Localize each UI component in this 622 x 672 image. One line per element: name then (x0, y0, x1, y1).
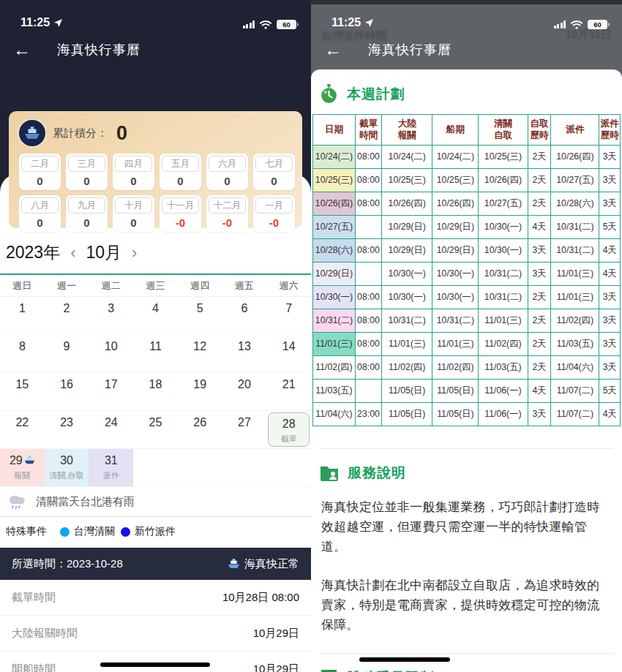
weather-note: 清關當天台北港有雨 (36, 495, 135, 509)
calendar-day[interactable]: 16 (45, 373, 89, 410)
table-cell: 10/30(一) (432, 262, 479, 285)
calendar-day[interactable]: 9 (45, 335, 89, 372)
calendar-day[interactable]: 8 (0, 335, 45, 372)
calendar-day[interactable]: 10 (89, 335, 133, 372)
location-arrow-icon (364, 18, 374, 28)
week-plan-sheet: 本週計劃 日期截單 時間大陸 報關船期清關 自取自取 歷時派件派件 歷時 10/… (311, 69, 622, 672)
table-cell: 23:00 (355, 402, 381, 426)
home-indicator (100, 662, 210, 667)
rain-cloud-icon (7, 494, 27, 510)
calendar-day[interactable]: 11 (133, 335, 178, 372)
calendar-day[interactable]: 22 (0, 411, 45, 448)
battery-icon: 60 (277, 20, 296, 29)
status-bar: 11:25 60 (0, 0, 311, 32)
calendar-day[interactable]: 15 (0, 373, 45, 410)
next-month-button[interactable]: › (132, 245, 137, 261)
battery-level: 60 (593, 20, 602, 29)
calendar-day[interactable]: 1 (0, 297, 45, 334)
table-cell: 10/29(日) (382, 238, 432, 262)
month-label: 五月 (162, 156, 199, 172)
points-month-cell: 四月0 (113, 154, 154, 190)
table-cell: 11/07(二) (551, 402, 599, 426)
redaction-bar (359, 657, 450, 662)
calendar-day[interactable]: 27 (222, 411, 267, 448)
table-cell: 2天 (528, 332, 551, 355)
table-cell: 10/30(一) (432, 285, 479, 309)
calendar-day[interactable]: 20 (222, 373, 267, 410)
table-cell: 11/05(日) (382, 402, 432, 426)
table-cell: 11/06(一) (479, 379, 528, 402)
calendar-day[interactable]: 2 (45, 297, 89, 334)
calendar-day[interactable]: 19 (178, 373, 222, 410)
day-number: 16 (45, 378, 89, 391)
calendar-day[interactable]: 6 (222, 297, 267, 334)
left-screen: 11:25 60 ← 海真快行事曆 累計積分： 0 二月0三月0四月0五月0六月… (0, 0, 311, 672)
calendar-day[interactable]: 5 (178, 297, 222, 334)
day-number: 4 (133, 302, 178, 315)
calendar-day[interactable]: 31派件 (89, 449, 133, 486)
calendar-day[interactable]: 25 (133, 411, 178, 448)
calendar-day[interactable]: 26 (178, 411, 222, 448)
day-number: 27 (222, 416, 267, 429)
calendar-day[interactable]: 13 (222, 335, 267, 372)
table-date-cell: 10/25(三) (313, 168, 356, 192)
calendar-day[interactable]: 14 (266, 335, 311, 372)
day-number: 2 (45, 302, 89, 315)
table-cell: 4天 (599, 262, 621, 285)
page-title: 海真快行事曆 (368, 41, 451, 58)
month-label: 一月 (255, 197, 293, 214)
day-number: 31 (89, 454, 133, 467)
calendar-day[interactable]: 30清關,自取 (45, 449, 89, 486)
table-cell: 5天 (599, 215, 621, 238)
table-cell: 10/26(四) (479, 168, 528, 192)
legend-label: 新竹派件 (135, 525, 176, 538)
package-box-icon (320, 669, 338, 672)
legend-items: 台灣清關新竹派件 (54, 525, 176, 538)
table-cell: 10/27(五) (479, 192, 528, 215)
table-cell: 11/02(四) (432, 355, 479, 379)
table-cell: 10/29(日) (382, 215, 432, 238)
table-cell: 10/26(四) (382, 192, 432, 215)
calendar-day[interactable]: 18 (133, 373, 178, 410)
weekday-label: 週六 (266, 279, 311, 292)
day-number: 9 (45, 340, 89, 353)
calendar-day[interactable]: 7 (266, 297, 311, 334)
detail-label: 截單時間 (12, 591, 56, 605)
ship-icon (24, 127, 40, 140)
calendar-day[interactable]: 4 (133, 297, 178, 334)
detail-value: 10月29日 (253, 662, 299, 672)
calendar-week-row: 891011121314 (0, 335, 311, 373)
weekday-label: 週四 (178, 279, 222, 292)
day-number: 28 (269, 418, 309, 431)
back-icon[interactable]: ← (13, 41, 31, 58)
day-number: 1 (0, 302, 45, 315)
calendar-year: 2023年 (6, 241, 60, 264)
wifi-icon (259, 20, 272, 29)
day-number: 22 (0, 416, 45, 429)
page-title: 海真快行事曆 (57, 41, 140, 58)
table-cell: 2天 (528, 355, 551, 379)
calendar-day[interactable]: 29報關 (0, 449, 45, 486)
calendar-day[interactable]: 23 (45, 411, 89, 448)
calendar-day[interactable]: 28截單 (266, 411, 311, 448)
table-cell: 3天 (599, 309, 621, 332)
table-cell: 11/06(一) (479, 402, 528, 426)
day-number: 13 (222, 340, 267, 353)
table-cell: 08:00 (355, 285, 381, 309)
table-cell: 08:00 (355, 309, 381, 332)
calendar-day[interactable]: 24 (89, 411, 133, 448)
day-number: 25 (133, 416, 178, 429)
table-date-cell: 10/26(四) (313, 192, 356, 215)
day-number: 15 (0, 378, 45, 391)
prev-month-button[interactable]: ‹ (70, 245, 75, 261)
section-title: 體積重量限制 (347, 668, 435, 672)
day-number: 20 (222, 378, 267, 391)
points-month-cell: 二月0 (19, 154, 61, 190)
calendar-day[interactable]: 21 (266, 373, 311, 410)
calendar-day[interactable]: 3 (89, 297, 133, 334)
calendar-day[interactable]: 12 (178, 335, 222, 372)
week-plan-table: 日期截單 時間大陸 報關船期清關 自取自取 歷時派件派件 歷時 10/24(二)… (312, 114, 621, 426)
calendar-header: 2023年 ‹ 10月 › (6, 241, 305, 264)
calendar-day[interactable]: 17 (89, 373, 133, 410)
back-icon[interactable]: ← (324, 41, 342, 58)
